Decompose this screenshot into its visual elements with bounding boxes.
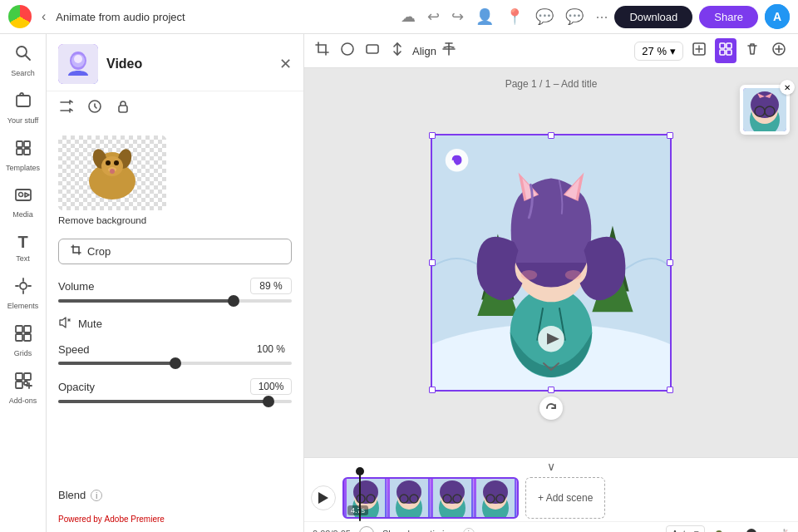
sidebar-item-templates[interactable]: Templates [0, 132, 46, 180]
replace-icon[interactable] [86, 98, 103, 119]
svg-rect-18 [16, 382, 22, 388]
delete-icon[interactable] [741, 38, 763, 63]
lock-icon[interactable] [115, 98, 131, 119]
sidebar-item-elements-label: Elements [7, 302, 39, 311]
user-icon[interactable]: 👤 [475, 7, 494, 26]
shuffle-icon[interactable] [58, 98, 75, 119]
page-label[interactable]: Page 1 / 1 – Add title [505, 78, 598, 90]
chat-icon[interactable]: 💬 [565, 7, 584, 26]
opacity-fill [58, 400, 268, 403]
crop-icon [71, 244, 82, 259]
app-logo [8, 5, 32, 28]
icon-sidebar: Search Your stuff Templates Media T Text [0, 34, 47, 532]
canvas-collapse-btn[interactable] [541, 361, 561, 376]
topbar-actions: ☁ ↩ ↪ 👤 📍 💬 💬 ··· [401, 7, 608, 26]
your-stuff-icon [14, 91, 32, 114]
redo-icon[interactable]: ↪ [451, 7, 464, 26]
crop-label: Crop [87, 245, 111, 258]
remove-background-label: Remove background [58, 215, 292, 225]
layer-timing-info-icon[interactable]: i [463, 528, 475, 533]
align-label: Align [412, 45, 436, 57]
selection-handle-br[interactable] [667, 387, 673, 393]
svg-rect-6 [24, 141, 30, 147]
panel-close-button[interactable]: ✕ [279, 55, 292, 73]
canvas-toolbar: Align 27 % ▾ [304, 34, 798, 68]
opacity-value[interactable]: 100% [250, 378, 292, 395]
sidebar-item-elements[interactable]: Elements [0, 270, 46, 318]
cloud-icon[interactable]: ☁ [401, 7, 416, 26]
selection-handle-mr[interactable] [667, 259, 673, 266]
selection-handle-bl[interactable] [429, 387, 436, 393]
canvas-extra-icon-2[interactable] [715, 38, 736, 63]
selection-handle-tc[interactable] [548, 132, 554, 139]
download-button[interactable]: Download [614, 6, 692, 28]
elements-icon [14, 277, 32, 299]
media-icon [14, 185, 32, 208]
speed-thumb [170, 357, 181, 369]
mute-label: Mute [78, 318, 102, 330]
selection-handle-tl[interactable] [429, 132, 436, 139]
thumbnail-image [743, 88, 786, 131]
sidebar-item-text[interactable]: T Text [0, 226, 46, 270]
mute-row: Mute [58, 316, 292, 332]
circle-tool-icon[interactable] [337, 39, 357, 63]
speed-control: Speed 100 % [58, 342, 292, 365]
avatar[interactable]: A [765, 4, 790, 29]
track-frames[interactable]: 4.7s [342, 477, 519, 519]
add-icon[interactable] [768, 38, 790, 63]
track-frame-2 [387, 479, 431, 517]
location-icon[interactable]: 📍 [505, 7, 524, 26]
comment-icon[interactable]: 💬 [535, 7, 554, 26]
selection-handle-bc[interactable] [548, 387, 554, 393]
timeline-collapse-button[interactable]: ∨ [540, 460, 562, 473]
sidebar-item-grids[interactable]: Grids [0, 318, 46, 365]
align-arrows-icon[interactable] [387, 39, 407, 63]
crop-button[interactable]: Crop [58, 239, 292, 264]
speed-slider[interactable] [58, 362, 292, 365]
opacity-slider[interactable] [58, 400, 292, 403]
svg-rect-15 [24, 334, 31, 341]
properties-panel: Video ✕ [47, 34, 304, 532]
project-title: Animate from audio project [56, 11, 394, 23]
panel-header: Video ✕ [47, 34, 303, 91]
layer-timing-toggle[interactable] [359, 526, 374, 533]
auto-dropdown[interactable]: Auto ▾ [666, 525, 705, 532]
addons-icon [14, 372, 32, 394]
sidebar-item-media[interactable]: Media [0, 179, 46, 226]
timeline: ∨ [304, 457, 798, 532]
svg-point-25 [74, 55, 82, 63]
speed-thumb-timeline [746, 529, 756, 533]
translate-icon[interactable] [441, 42, 456, 60]
sliders-section: Volume 89 % Mute Speed 100 % [47, 274, 303, 482]
sidebar-item-grids-label: Grids [14, 349, 32, 358]
crop-tool-icon[interactable] [313, 39, 332, 63]
volume-value[interactable]: 89 % [250, 278, 292, 294]
svg-rect-19 [24, 382, 27, 385]
speed-label: Speed [58, 343, 90, 356]
selection-handle-ml[interactable] [429, 259, 436, 266]
zoom-control[interactable]: 27 % ▾ [634, 42, 683, 61]
selection-handle-tr[interactable] [667, 132, 673, 139]
canvas-extra-icon-1[interactable] [688, 38, 710, 63]
canvas-content[interactable] [431, 134, 672, 392]
share-button[interactable]: Share [699, 6, 758, 28]
volume-label: Volume [58, 280, 94, 293]
thumbnail-close-button[interactable]: ✕ [780, 80, 795, 95]
powered-label: Powered by [58, 515, 102, 524]
play-button[interactable] [311, 485, 336, 510]
auto-label: Auto [672, 529, 691, 533]
page-canvas: Page 1 / 1 – Add title [304, 68, 798, 457]
rotate-button[interactable] [539, 397, 563, 420]
add-scene-button[interactable]: + Add scene [525, 477, 605, 519]
back-button[interactable]: ‹ [38, 6, 49, 27]
image-preview-section: Remove background [47, 126, 303, 235]
rect-tool-icon[interactable] [362, 39, 382, 63]
undo-icon[interactable]: ↩ [427, 7, 440, 26]
sidebar-item-your-stuff[interactable]: Your stuff [0, 85, 46, 132]
more-icon[interactable]: ··· [595, 8, 608, 26]
sidebar-item-search[interactable]: Search [0, 37, 46, 85]
volume-slider[interactable] [58, 299, 292, 303]
blend-info-icon[interactable]: i [91, 490, 102, 501]
sidebar-item-addons[interactable]: Add-ons [0, 365, 46, 412]
sidebar-item-search-label: Search [11, 69, 35, 78]
